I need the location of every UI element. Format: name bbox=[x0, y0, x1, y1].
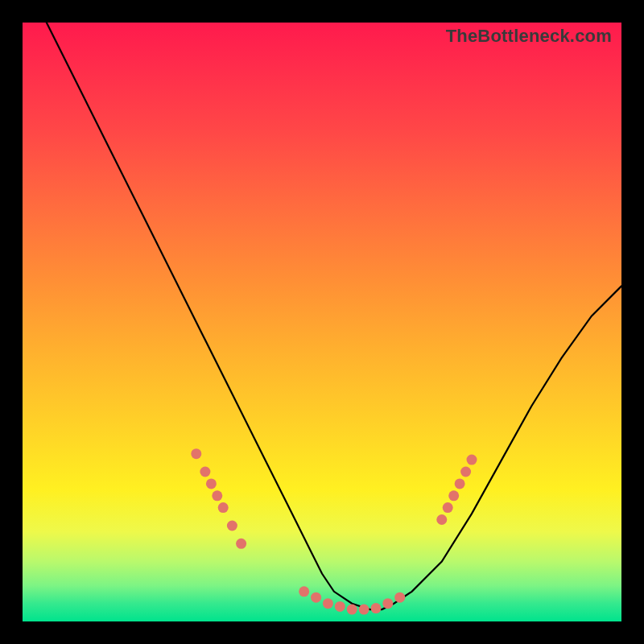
chart-frame: TheBottleneck.com bbox=[0, 0, 644, 644]
marker-dot bbox=[311, 592, 321, 603]
bottleneck-curve bbox=[47, 23, 621, 609]
chart-svg bbox=[23, 23, 621, 621]
watermark-text: TheBottleneck.com bbox=[446, 26, 612, 47]
plot-area: TheBottleneck.com bbox=[23, 23, 621, 621]
marker-dot bbox=[323, 598, 333, 609]
marker-dot bbox=[460, 467, 471, 477]
marker-dot bbox=[218, 502, 229, 513]
marker-dot bbox=[443, 502, 453, 513]
marker-dot bbox=[299, 586, 309, 597]
marker-dot bbox=[467, 455, 477, 465]
marker-dot bbox=[382, 598, 393, 609]
marker-dot bbox=[200, 467, 210, 477]
marker-dot bbox=[436, 514, 447, 525]
marker-dot bbox=[347, 605, 357, 615]
marker-dot bbox=[455, 478, 465, 489]
marker-dot bbox=[236, 539, 246, 549]
marker-dot bbox=[394, 592, 405, 603]
marker-dot bbox=[191, 448, 201, 459]
marker-dot bbox=[227, 521, 237, 531]
marker-dot bbox=[212, 490, 222, 501]
marker-dot bbox=[335, 601, 345, 612]
marker-layer bbox=[191, 448, 477, 614]
marker-dot bbox=[206, 478, 217, 489]
marker-dot bbox=[371, 603, 382, 613]
marker-dot bbox=[448, 490, 459, 501]
marker-dot bbox=[359, 605, 369, 615]
